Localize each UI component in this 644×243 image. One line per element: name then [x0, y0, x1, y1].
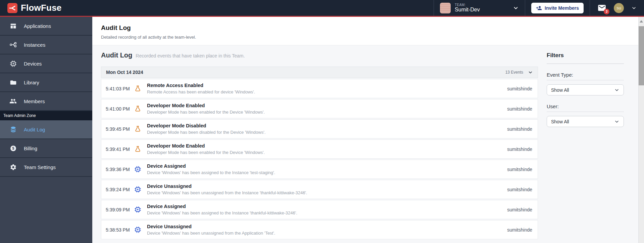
sidebar-item-members[interactable]: Members — [0, 92, 92, 111]
scrollbar-thumb[interactable] — [639, 26, 644, 85]
user-avatar[interactable]: su — [614, 3, 624, 13]
section-subtitle: Recorded events that have taken place in… — [136, 53, 245, 58]
event-title: Device Unassigned — [147, 184, 507, 189]
sidebar-item-team-settings[interactable]: Team Settings — [0, 158, 92, 177]
svg-text:$: $ — [12, 146, 14, 150]
event-description: Developer Mode has been enabled for the … — [147, 150, 507, 155]
sidebar: Applications Instances Devices — [0, 17, 92, 243]
events-count: 13 Events — [505, 70, 523, 75]
event-description: Developer Mode has been disabled for the… — [147, 130, 507, 135]
sidebar-item-label: Billing — [24, 146, 37, 151]
page-header: Audit Log Detailed recording of all acti… — [92, 17, 644, 45]
members-icon — [9, 97, 17, 105]
event-title: Device Assigned — [147, 163, 507, 169]
team-label: TEAM: — [455, 3, 509, 7]
event-user: sumitshinde — [507, 187, 538, 192]
billing-icon: $ — [9, 145, 17, 152]
sidebar-item-billing[interactable]: $ Billing — [0, 139, 92, 158]
invite-members-button[interactable]: Invite Members — [531, 3, 584, 13]
page-title: Audit Log — [101, 24, 644, 32]
event-user: sumitshinde — [507, 147, 538, 152]
chip-icon — [134, 186, 142, 193]
sidebar-item-label: Members — [24, 98, 45, 104]
chip-icon — [134, 226, 142, 233]
user-filter-value: Show All — [551, 119, 569, 124]
sidebar-item-label: Devices — [24, 61, 42, 67]
audit-log-panel: Audit Log Recorded events that have take… — [101, 51, 538, 243]
event-type-select[interactable]: Show All — [547, 84, 624, 95]
chip-icon — [134, 206, 142, 213]
brand[interactable]: FlowFuse — [0, 0, 434, 16]
event-description: Developer Mode has been enabled for the … — [147, 110, 507, 115]
devices-icon — [9, 60, 17, 67]
event-time: 5:41:03 PM — [101, 86, 132, 91]
team-name: Sumit-Dev — [455, 7, 509, 13]
chevron-down-icon — [614, 87, 620, 93]
event-type-value: Show All — [551, 87, 569, 93]
flask-icon — [134, 85, 142, 92]
audit-row[interactable]: 5:39:24 PM Device Unassigned Device 'Win… — [101, 180, 538, 199]
event-user: sumitshinde — [507, 106, 538, 112]
sidebar-item-devices[interactable]: Devices — [0, 54, 92, 73]
section-title: Audit Log — [101, 51, 132, 59]
event-title: Remote Access Enabled — [147, 83, 507, 88]
event-user: sumitshinde — [507, 126, 538, 132]
audit-row[interactable]: 5:39:45 PM Developer Mode Disabled Devel… — [101, 119, 538, 138]
audit-row[interactable]: 5:39:09 PM Device Assigned Device 'Windo… — [101, 200, 538, 219]
main-content: Audit Log Detailed recording of all acti… — [92, 17, 644, 243]
sidebar-item-label: Team Settings — [24, 164, 56, 170]
event-user: sumitshinde — [507, 207, 538, 212]
event-user: sumitshinde — [507, 167, 538, 172]
sidebar-item-applications[interactable]: Applications — [0, 17, 92, 36]
event-title: Device Assigned — [147, 204, 507, 209]
event-time: 5:39:24 PM — [101, 187, 132, 192]
instances-icon — [9, 41, 17, 48]
event-time: 5:38:53 PM — [101, 227, 132, 233]
sidebar-item-library[interactable]: Library — [0, 73, 92, 92]
invite-members-label: Invite Members — [545, 5, 579, 11]
library-icon — [9, 79, 17, 86]
audit-row[interactable]: 5:39:36 PM Device Assigned Device 'Windo… — [101, 160, 538, 179]
audit-row[interactable]: 5:41:00 PM Developer Mode Enabled Develo… — [101, 99, 538, 118]
event-title: Developer Mode Disabled — [147, 123, 507, 128]
sidebar-item-label: Instances — [24, 42, 45, 48]
chevron-down-icon — [614, 119, 620, 124]
event-title: Developer Mode Enabled — [147, 143, 507, 149]
chevron-down-icon[interactable] — [631, 5, 637, 11]
notifications-button[interactable]: 3 — [597, 3, 606, 12]
sidebar-item-instances[interactable]: Instances — [0, 36, 92, 54]
event-time: 5:39:36 PM — [101, 167, 132, 172]
chevron-down-icon — [513, 5, 519, 11]
scrollbar-up-arrow[interactable] — [640, 20, 643, 23]
team-avatar — [440, 3, 451, 13]
page-subtitle: Detailed recording of all activity at th… — [101, 35, 644, 40]
event-time: 5:41:00 PM — [101, 106, 132, 112]
team-selector[interactable]: TEAM: Sumit-Dev — [434, 0, 525, 16]
event-description: Device 'Windows' has been assigned to th… — [147, 210, 507, 215]
flask-icon — [134, 105, 142, 112]
event-description: Device 'Windows' has been unassigned fro… — [147, 231, 507, 236]
audit-row[interactable]: 5:41:03 PM Remote Access Enabled Remote … — [101, 79, 538, 98]
top-header: FlowFuse TEAM: Sumit-Dev Invite Members … — [0, 0, 644, 16]
user-select[interactable]: Show All — [547, 116, 624, 127]
flowfuse-logo-icon — [7, 3, 17, 13]
event-description: Device 'Windows' has been assigned to th… — [147, 170, 507, 175]
audit-row[interactable]: 5:38:53 PM Device Unassigned Device 'Win… — [101, 220, 538, 239]
flask-icon — [134, 146, 142, 153]
audit-log-icon — [9, 126, 17, 133]
date-group-header[interactable]: Mon Oct 14 2024 13 Events — [101, 67, 538, 78]
team-admin-zone-label: Team Admin Zone — [0, 111, 92, 120]
user-filter-label: User: — [547, 104, 624, 112]
flask-icon — [134, 125, 142, 132]
audit-row[interactable]: 5:39:41 PM Developer Mode Enabled Develo… — [101, 139, 538, 159]
sidebar-item-label: Applications — [24, 23, 51, 29]
event-user: sumitshinde — [507, 86, 538, 91]
chevron-down-icon[interactable] — [528, 70, 533, 75]
event-time: 5:39:09 PM — [101, 207, 132, 212]
sidebar-item-audit-log[interactable]: Audit Log — [0, 120, 92, 139]
filters-title: Filters — [547, 52, 624, 64]
event-type-label: Event Type: — [547, 72, 624, 80]
vertical-scrollbar[interactable] — [638, 17, 644, 243]
event-description: Remote Access has been enabled for devic… — [147, 89, 507, 94]
event-description: Device 'Windows' has been unassigned fro… — [147, 190, 507, 195]
